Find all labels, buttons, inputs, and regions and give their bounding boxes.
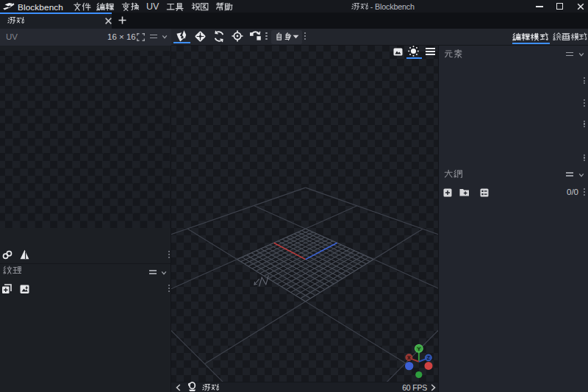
svg-text:Z: Z [427,355,431,360]
svg-text:X: X [407,355,411,360]
svg-text:Y: Y [417,346,421,352]
